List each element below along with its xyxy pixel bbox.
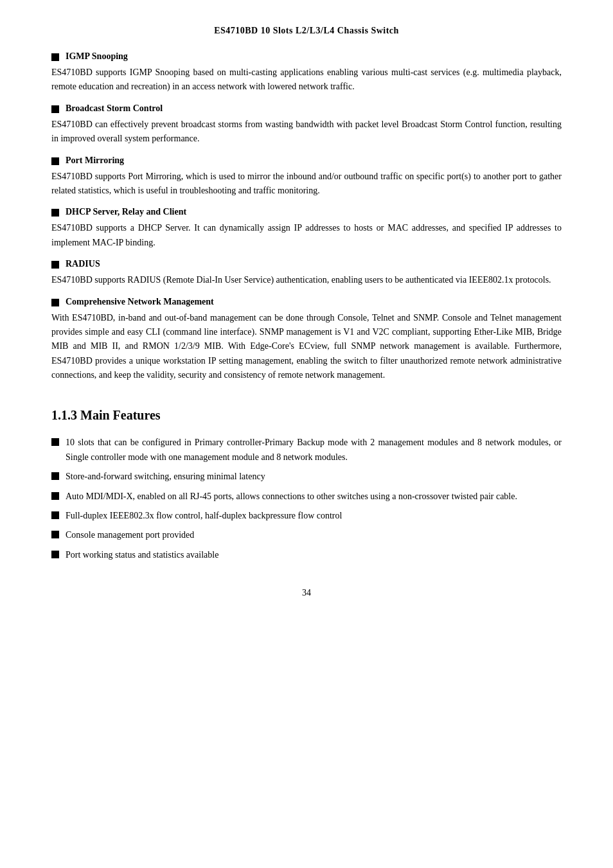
bullet-icon-feature-1 [51,472,59,480]
bullet-icon-radius [51,261,59,269]
comprehensive-network-body: With ES4710BD, in-band and out-of-band m… [51,311,562,383]
bullet-icon-broadcast [51,105,59,113]
igmp-snooping-heading: IGMP Snooping [51,51,562,62]
list-item: Full-duplex IEEE802.3x flow control, hal… [51,509,562,523]
main-features-title: 1.1.3 Main Features [51,408,562,423]
broadcast-storm-heading: Broadcast Storm Control [51,103,562,114]
feature-item-text-5: Port working status and statistics avail… [66,548,562,562]
feature-item-text-1: Store-and-forward switching, ensuring mi… [66,470,562,484]
feature-item-text-2: Auto MDI/MDI-X, enabled on all RJ-45 por… [66,490,562,504]
bullet-icon-feature-3 [51,511,59,519]
radius-title: RADIUS [66,259,100,269]
bullet-icon-feature-5 [51,551,59,558]
bullet-icon-feature-0 [51,438,59,446]
page-header: ES4710BD 10 Slots L2/L3/L4 Chassis Switc… [51,26,562,36]
dhcp-server-title: DHCP Server, Relay and Client [66,207,186,217]
page-number: 34 [51,588,562,598]
radius-heading: RADIUS [51,259,562,269]
port-mirroring-title: Port Mirroring [66,155,124,166]
broadcast-storm-title: Broadcast Storm Control [66,103,163,114]
feature-item-text-0: 10 slots that can be configured in Prima… [66,436,562,465]
list-item: Port working status and statistics avail… [51,548,562,562]
list-item: Store-and-forward switching, ensuring mi… [51,470,562,484]
dhcp-server-heading: DHCP Server, Relay and Client [51,207,562,217]
port-mirroring-body: ES4710BD supports Port Mirroring, which … [51,170,562,199]
header-title: ES4710BD 10 Slots L2/L3/L4 Chassis Switc… [214,26,399,35]
list-item: Console management port provided [51,528,562,542]
port-mirroring-heading: Port Mirroring [51,155,562,166]
bullet-icon-dhcp [51,209,59,217]
bullet-icon-port-mirroring [51,157,59,165]
feature-list: 10 slots that can be configured in Prima… [51,436,562,562]
page: ES4710BD 10 Slots L2/L3/L4 Chassis Switc… [0,0,613,868]
igmp-snooping-title: IGMP Snooping [66,51,128,62]
list-item: Auto MDI/MDI-X, enabled on all RJ-45 por… [51,490,562,504]
comprehensive-network-title: Comprehensive Network Management [66,297,214,307]
feature-item-text-4: Console management port provided [66,528,562,542]
bullet-icon-feature-2 [51,492,59,500]
bullet-icon-igmp [51,53,59,61]
list-item: 10 slots that can be configured in Prima… [51,436,562,465]
feature-item-text-3: Full-duplex IEEE802.3x flow control, hal… [66,509,562,523]
bullet-icon-feature-4 [51,531,59,538]
dhcp-server-body: ES4710BD supports a DHCP Server. It can … [51,221,562,250]
igmp-snooping-body: ES4710BD supports IGMP Snooping based on… [51,66,562,94]
broadcast-storm-body: ES4710BD can effectively prevent broadca… [51,118,562,146]
bullet-icon-comprehensive [51,299,59,306]
radius-body: ES4710BD supports RADIUS (Remote Dial-In… [51,273,562,287]
comprehensive-network-heading: Comprehensive Network Management [51,297,562,307]
